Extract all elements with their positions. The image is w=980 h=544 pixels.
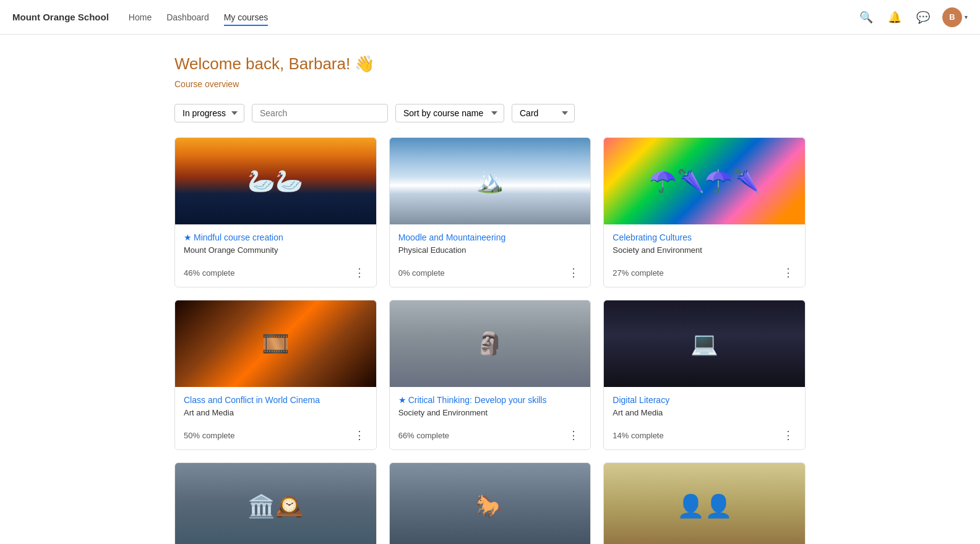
nav-item-home[interactable]: Home xyxy=(129,12,152,23)
card-title-2[interactable]: Moodle and Mountaineering xyxy=(398,232,582,243)
card-image-3: ☂️🌂☂️🌂 xyxy=(604,138,805,224)
avatar[interactable]: B xyxy=(942,7,962,27)
card-category-4: Art and Media xyxy=(184,408,368,417)
card-category-1: Mount Orange Community xyxy=(184,245,368,255)
course-card-5[interactable]: 🗿 ★Critical Thinking: Develop your skill… xyxy=(389,300,591,450)
card-image-2: 🏔️ xyxy=(390,138,591,224)
filters-bar: In progress All Completed Sort by course… xyxy=(174,104,806,122)
course-card-3[interactable]: ☂️🌂☂️🌂 Celebrating Cultures Society and … xyxy=(603,137,806,287)
course-card-9[interactable]: 👤👤 Literature of France 1100 - 1960 Lang… xyxy=(603,462,806,544)
star-icon: ★ xyxy=(184,232,192,242)
nav-link-home[interactable]: Home xyxy=(129,12,152,25)
card-menu-button-4[interactable]: ⋮ xyxy=(351,428,368,442)
card-image-5: 🗿 xyxy=(390,300,591,387)
card-progress-3: 27% complete xyxy=(612,268,663,278)
card-title-5[interactable]: ★Critical Thinking: Develop your skills xyxy=(398,394,582,406)
course-card-2[interactable]: 🏔️ Moodle and Mountaineering Physical Ed… xyxy=(389,137,591,287)
course-card-1[interactable]: 🦢🦢 ★Mindful course creation Mount Orange… xyxy=(174,137,377,287)
notifications-button[interactable]: 🔔 xyxy=(885,8,904,27)
card-image-8: 🐎 xyxy=(390,463,591,544)
card-category-2: Physical Education xyxy=(398,245,582,255)
card-progress-2: 0% complete xyxy=(398,268,445,278)
view-filter[interactable]: Card List Summary xyxy=(512,104,575,122)
user-menu[interactable]: B ▾ xyxy=(942,7,968,27)
card-progress-1: 46% complete xyxy=(184,268,234,278)
nav-item-dashboard[interactable]: Dashboard xyxy=(166,12,209,23)
nav-link-mycourses[interactable]: My courses xyxy=(224,12,269,26)
course-card-8[interactable]: 🐎 History: Russia in Revolution Society … xyxy=(389,462,591,544)
card-progress-6: 14% complete xyxy=(612,431,663,440)
card-category-5: Society and Environment xyxy=(398,408,582,417)
welcome-title: Welcome back, Barbara! 👋 xyxy=(174,54,806,74)
chevron-down-icon: ▾ xyxy=(965,14,968,20)
course-card-7[interactable]: 🏛️🕰️ English with H5P Languages ⋮ xyxy=(174,462,377,544)
course-card-4[interactable]: 🎞️ Class and Conflict in World Cinema Ar… xyxy=(174,300,377,450)
nav-item-mycourses[interactable]: My courses xyxy=(224,12,269,23)
star-icon: ★ xyxy=(398,395,406,405)
card-image-4: 🎞️ xyxy=(175,300,376,387)
card-image-1: 🦢🦢 xyxy=(175,138,376,224)
search-button[interactable]: 🔍 xyxy=(857,8,875,27)
card-title-3[interactable]: Celebrating Cultures xyxy=(612,232,796,243)
main-content: Welcome back, Barbara! 👋 Course overview… xyxy=(150,35,830,544)
course-overview-link[interactable]: Course overview xyxy=(174,79,239,89)
course-grid: 🦢🦢 ★Mindful course creation Mount Orange… xyxy=(174,137,806,544)
card-progress-4: 50% complete xyxy=(184,431,234,440)
card-title-4[interactable]: Class and Conflict in World Cinema xyxy=(184,394,368,406)
search-input[interactable] xyxy=(252,104,388,122)
card-title-6[interactable]: Digital Literacy xyxy=(612,394,796,406)
card-title-1[interactable]: ★Mindful course creation xyxy=(184,232,368,243)
card-image-6: 💻 xyxy=(604,300,805,387)
card-menu-button-5[interactable]: ⋮ xyxy=(565,428,582,442)
card-progress-5: 66% complete xyxy=(398,431,449,440)
card-image-7: 🏛️🕰️ xyxy=(175,463,376,544)
sort-filter[interactable]: Sort by course name Sort by last accesse… xyxy=(395,104,504,122)
navbar-right: 🔍 🔔 💬 B ▾ xyxy=(857,7,968,27)
navbar: Mount Orange School Home Dashboard My co… xyxy=(0,0,980,35)
nav-link-dashboard[interactable]: Dashboard xyxy=(166,12,209,25)
progress-filter[interactable]: In progress All Completed xyxy=(174,104,244,122)
course-card-6[interactable]: 💻 Digital Literacy Art and Media 14% com… xyxy=(603,300,806,450)
card-menu-button-2[interactable]: ⋮ xyxy=(565,266,582,279)
card-image-9: 👤👤 xyxy=(604,463,805,544)
card-menu-button-3[interactable]: ⋮ xyxy=(780,266,796,279)
card-menu-button-1[interactable]: ⋮ xyxy=(351,266,368,279)
nav-links: Home Dashboard My courses xyxy=(129,12,268,23)
messages-button[interactable]: 💬 xyxy=(914,8,932,27)
card-category-6: Art and Media xyxy=(612,408,796,417)
brand-title: Mount Orange School xyxy=(12,12,109,22)
card-category-3: Society and Environment xyxy=(612,245,796,255)
card-menu-button-6[interactable]: ⋮ xyxy=(780,428,796,442)
